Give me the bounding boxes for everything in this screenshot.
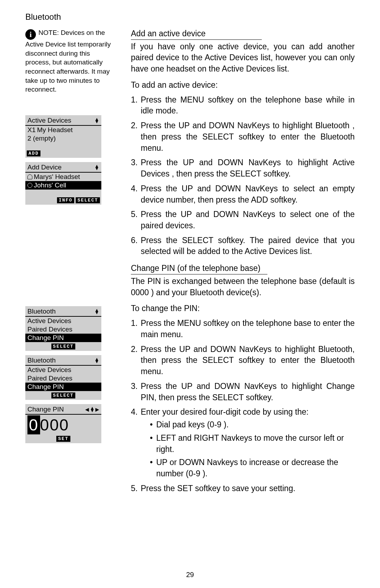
step: Press the UP and DOWN NavKeys to highlig… [131,157,355,179]
section-b-para: The PIN is exchanged between the telepho… [131,276,355,298]
section-a-title: Add an active device [131,28,262,40]
step: Press the UP and DOWN NavKeys to highlig… [131,381,355,403]
softkey-select: SELECT [51,392,76,398]
lcd1-row1a: X1 [27,126,36,134]
right-column: Add an active device If you have only on… [131,28,355,500]
up-down-icon: ▲▼ [94,358,99,363]
bullet: UP or DOWN Navkeys to increase or decrea… [150,457,355,479]
left-column: i NOTE: Devices on the Active Device lis… [25,28,114,500]
step: Press the UP and DOWN NavKeys to highlig… [131,120,355,154]
step: Enter your desired four-digit code by us… [131,407,355,479]
navkey-icon: ◀▲▼▶ [85,407,99,412]
lcd-add-device: Add Device ▲▼ Marys' Headset Johns' Cell… [25,162,101,205]
note-label: NOTE: [38,29,59,36]
lcd2-row1: Marys' Headset [34,173,80,181]
section-a-para: If you have only one active device, you … [131,41,355,75]
section-b-title: Change PIN (of the telephone base) [131,263,267,274]
note-text: Devices on the Active Device list tempor… [25,29,111,93]
lcd4-title: Bluetooth [27,357,56,364]
lcd-bluetooth-menu-1: Bluetooth ▲▼ Active Devices Paired Devic… [25,306,101,351]
step: Press the UP and DOWN NavKeys to select … [131,183,355,205]
step: Press the UP and DOWN NavKeys to highlig… [131,344,355,377]
lcd1-row2: 2 (empty) [25,134,101,143]
step: Press the UP and DOWN NavKeys to select … [131,209,355,231]
softkey-set: SET [56,436,70,442]
page-number: 29 [0,571,380,579]
lcd2-title: Add Device [27,163,62,171]
section-a-intro: To add an active device: [131,80,355,91]
step: Press the MENU softkey on the telephone … [131,94,355,117]
lcd3-title: Bluetooth [27,308,56,315]
step: Press the SET softkey to save your setti… [131,483,355,494]
cell-icon [27,183,32,188]
up-down-icon: ▲▼ [94,118,99,123]
lcd1-title: Active Devices [27,117,71,124]
lcd5-title: Change PIN [27,406,64,413]
lcd3-row3: Change PIN [25,334,101,342]
lcd4-row3: Change PIN [25,383,101,391]
lcd3-row2: Paired Devices [25,325,101,334]
lcd3-row1: Active Devices [25,317,101,325]
lcd4-row1: Active Devices [25,366,101,374]
pin-first-digit: 0 [27,415,40,434]
lcd2-row2: Johns' Cell [34,181,66,189]
softkey-select: SELECT [51,343,76,349]
step: Press the MENU softkey on the telephone … [131,318,355,340]
bullet: LEFT and RIGHT Navkeys to move the curso… [150,433,355,455]
softkey-info: INFO [57,197,74,203]
step-text: Enter your desired four-digit code by us… [141,407,309,416]
section-a-steps: Press the MENU softkey on the telephone … [131,94,355,258]
up-down-icon: ▲▼ [94,309,99,314]
softkey-add: ADD [27,150,40,156]
page-title: Bluetooth [25,12,355,22]
pin-value: 0000 [25,415,101,434]
pin-rest: 000 [40,416,69,434]
lcd4-row2: Paired Devices [25,374,101,383]
bullets: Dial pad keys (0-9 ). LEFT and RIGHT Nav… [150,419,355,479]
headset-icon [27,174,32,179]
lcd-change-pin: Change PIN ◀▲▼▶ 0000 SET [25,404,101,443]
softkey-select: SELECT [76,197,100,203]
section-b-intro: To change the PIN: [131,303,355,314]
section-b-steps: Press the MENU softkey on the telephone … [131,318,355,494]
note-block: i NOTE: Devices on the Active Device lis… [25,28,114,94]
bullet: Dial pad keys (0-9 ). [150,419,355,431]
lcd1-row1b: My Headset [37,126,72,134]
lcd-bluetooth-menu-2: Bluetooth ▲▼ Active Devices Paired Devic… [25,355,101,400]
lcd-active-devices: Active Devices ▲▼ X1My Headset 2 (empty)… [25,115,101,158]
step: Press the SELECT softkey. The paired dev… [131,235,355,257]
up-down-icon: ▲▼ [94,165,99,170]
info-icon: i [25,29,36,40]
